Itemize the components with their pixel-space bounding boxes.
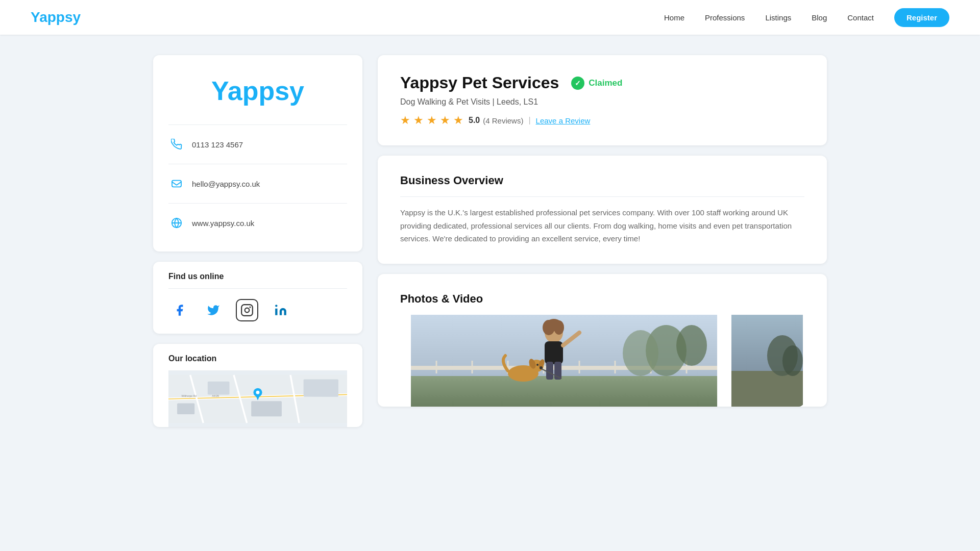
- nav-link-listings[interactable]: Listings: [765, 13, 791, 22]
- facebook-icon[interactable]: [168, 299, 191, 321]
- nav-link-home[interactable]: Home: [664, 13, 684, 22]
- find-online-title: Find us online: [168, 272, 347, 281]
- find-divider: [168, 288, 347, 289]
- navbar: Yappsy Home Professions Listings Blog Co…: [0, 0, 980, 35]
- register-button[interactable]: Register: [894, 8, 949, 27]
- claimed-label: Claimed: [589, 78, 622, 88]
- star-2: ★: [413, 114, 424, 127]
- claimed-badge: ✓ Claimed: [571, 77, 622, 90]
- divider-1: [168, 124, 347, 125]
- svg-rect-6: [275, 309, 277, 315]
- overview-text: Yappsy is the U.K.'s largest established…: [400, 206, 804, 245]
- business-title: Yappsy Pet Services: [400, 73, 559, 92]
- find-online-card: Find us online: [153, 262, 362, 334]
- photo-main: [400, 315, 728, 407]
- pipe-separator: |: [528, 116, 530, 125]
- claimed-checkmark-icon: ✓: [571, 77, 584, 90]
- email-icon: [168, 176, 185, 192]
- location-card: Our location: [153, 344, 362, 427]
- star-5: ★: [453, 114, 463, 127]
- star-3: ★: [427, 114, 437, 127]
- svg-point-5: [250, 307, 250, 308]
- star-4: ★: [440, 114, 450, 127]
- leave-review-link[interactable]: Leave a Review: [536, 116, 591, 125]
- email-item: hello@yappsy.co.uk: [168, 170, 347, 197]
- nav-logo[interactable]: Yappsy: [31, 9, 81, 26]
- page-body: Yappsy 0113 123 4567 hello@yap: [122, 35, 857, 447]
- phone-icon: [168, 136, 185, 153]
- svg-rect-17: [177, 404, 194, 414]
- svg-text:A635: A635: [212, 394, 219, 397]
- svg-point-20: [256, 391, 260, 394]
- stars-row: ★ ★ ★ ★ ★ 5.0 (4 Reviews) | Leave a Revi…: [400, 114, 804, 127]
- social-icons: [168, 299, 347, 321]
- svg-rect-3: [241, 305, 253, 316]
- nav-links: Home Professions Listings Blog Contact R…: [664, 8, 949, 27]
- svg-point-7: [275, 305, 277, 307]
- svg-point-35: [676, 325, 707, 366]
- sidebar-logo: Yappsy: [211, 76, 304, 106]
- overview-divider: [400, 196, 804, 197]
- main-content: Yappsy Pet Services ✓ Claimed Dog Walkin…: [378, 55, 827, 407]
- svg-point-50: [536, 364, 538, 366]
- globe-icon: [168, 215, 185, 231]
- svg-rect-0: [172, 181, 181, 187]
- overview-title: Business Overview: [400, 174, 804, 187]
- photos-section: Photos & Video: [378, 274, 827, 407]
- photo-secondary: [730, 315, 804, 407]
- location-title: Our location: [168, 354, 347, 363]
- business-title-row: Yappsy Pet Services ✓ Claimed: [400, 73, 804, 92]
- svg-rect-14: [208, 382, 230, 395]
- svg-rect-24: [411, 376, 717, 407]
- photos-grid: [400, 315, 804, 407]
- svg-point-36: [623, 330, 658, 376]
- map-placeholder: A635 Wilthorpe Rd: [168, 371, 347, 427]
- svg-text:Wilthorpe Rd: Wilthorpe Rd: [182, 394, 197, 397]
- business-subtitle: Dog Walking & Pet Visits | Leeds, LS1: [400, 97, 804, 107]
- website-item: www.yappsy.co.uk: [168, 210, 347, 236]
- overview-section: Business Overview Yappsy is the U.K.'s l…: [378, 156, 827, 264]
- svg-rect-15: [251, 401, 282, 416]
- svg-rect-53: [731, 371, 803, 407]
- rating-value: 5.0: [469, 116, 480, 125]
- divider-2: [168, 164, 347, 164]
- nav-link-contact[interactable]: Contact: [847, 13, 874, 22]
- svg-rect-41: [545, 341, 563, 364]
- reviews-count: (4 Reviews): [483, 116, 523, 125]
- website-text: www.yappsy.co.uk: [192, 219, 254, 228]
- svg-point-55: [782, 345, 803, 376]
- svg-point-4: [245, 308, 250, 313]
- phone-text: 0113 123 4567: [192, 140, 243, 149]
- phone-item: 0113 123 4567: [168, 131, 347, 158]
- divider-3: [168, 203, 347, 204]
- nav-link-professions[interactable]: Professions: [705, 13, 745, 22]
- business-header-card: Yappsy Pet Services ✓ Claimed Dog Walkin…: [378, 55, 827, 145]
- svg-point-40: [546, 319, 562, 331]
- contact-card: Yappsy 0113 123 4567 hello@yap: [153, 55, 362, 252]
- photos-title: Photos & Video: [400, 292, 804, 306]
- sidebar: Yappsy 0113 123 4567 hello@yap: [153, 55, 362, 427]
- email-text: hello@yappsy.co.uk: [192, 180, 260, 188]
- linkedin-icon[interactable]: [270, 299, 292, 321]
- instagram-icon[interactable]: [236, 299, 258, 321]
- star-1: ★: [400, 114, 410, 127]
- twitter-icon[interactable]: [202, 299, 225, 321]
- svg-rect-16: [304, 380, 338, 397]
- svg-rect-43: [546, 362, 553, 380]
- nav-link-blog[interactable]: Blog: [812, 13, 827, 22]
